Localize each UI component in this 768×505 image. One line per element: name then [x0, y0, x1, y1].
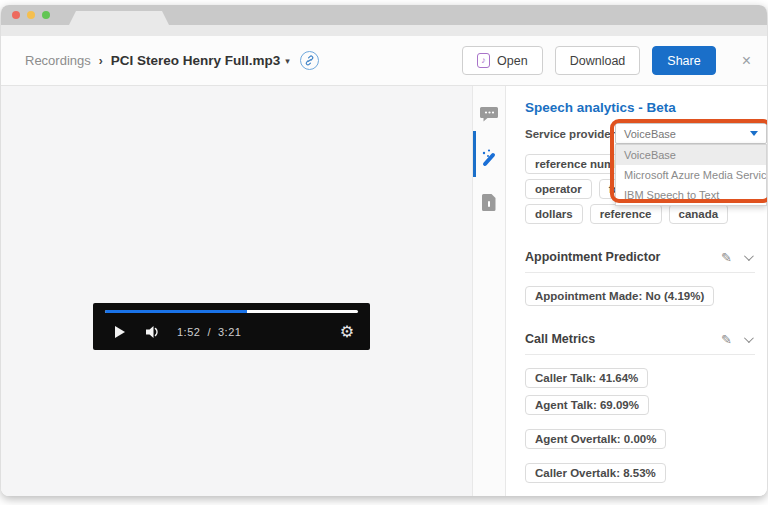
- player-settings-icon[interactable]: ⚙: [340, 324, 354, 340]
- chevron-down-icon[interactable]: [744, 333, 754, 343]
- appointment-chips: Appointment Made: No (4.19%): [525, 286, 751, 306]
- breadcrumb-recordings-link[interactable]: Recordings: [25, 53, 91, 68]
- seek-bar[interactable]: [105, 310, 358, 313]
- browser-chrome-bar: [1, 5, 767, 25]
- screenshot-stage: Recordings › PCI Stereo Henry Full.mp3 ▾…: [0, 0, 768, 505]
- service-provider-label: Service provider: [525, 128, 615, 140]
- call-metrics-chips: Caller Talk: 41.64% Agent Talk: 69.09% A…: [525, 368, 751, 483]
- section-header-icons: ✎: [721, 333, 755, 346]
- speech-analytics-panel: Speech analytics - Beta Service provider…: [506, 86, 767, 496]
- agent-talk-chip[interactable]: Agent Talk: 69.09%: [525, 395, 649, 415]
- agent-overtalk-chip[interactable]: Agent Overtalk: 0.00%: [525, 429, 666, 449]
- open-button-label: Open: [497, 54, 528, 68]
- details-tab-icon[interactable]: [479, 192, 499, 212]
- close-window-button[interactable]: [12, 11, 20, 19]
- edit-icon[interactable]: ✎: [721, 333, 732, 346]
- share-link-icon[interactable]: [300, 51, 319, 70]
- browser-toolbar: [1, 25, 767, 36]
- keyword-chip[interactable]: dollars: [525, 204, 583, 224]
- seek-bar-progress: [105, 310, 247, 313]
- appointment-made-chip[interactable]: Appointment Made: No (4.19%): [525, 286, 714, 306]
- browser-window: Recordings › PCI Stereo Henry Full.mp3 ▾…: [1, 5, 767, 496]
- keyword-chip[interactable]: operator: [525, 179, 592, 199]
- selected-provider-value: VoiceBase: [624, 128, 676, 140]
- provider-dropdown-menu: VoiceBase Microsoft Azure Media Services…: [615, 144, 767, 206]
- play-button[interactable]: [115, 326, 125, 338]
- browser-tab[interactable]: [69, 11, 169, 25]
- time-separator: /: [207, 326, 211, 338]
- chevron-down-icon[interactable]: [744, 251, 754, 261]
- total-time: 3:21: [218, 326, 241, 338]
- app-body: 1:52 / 3:21 ⚙: [1, 86, 767, 496]
- audio-player: 1:52 / 3:21 ⚙: [93, 303, 370, 350]
- sidebar-tab-strip: [472, 86, 506, 496]
- provider-option-voicebase[interactable]: VoiceBase: [616, 145, 766, 165]
- appointment-predictor-header: Appointment Predictor ✎: [525, 250, 755, 264]
- caller-overtalk-chip[interactable]: Caller Overtalk: 8.53%: [525, 463, 666, 483]
- service-provider-row: Service provider VoiceBase VoiceBase Mic…: [525, 124, 755, 144]
- open-button[interactable]: ♪ Open: [462, 46, 543, 75]
- header-actions: ♪ Open Download Share ×: [462, 46, 751, 75]
- breadcrumb-filename[interactable]: PCI Stereo Henry Full.mp3: [111, 53, 281, 68]
- player-controls: 1:52 / 3:21 ⚙: [105, 317, 358, 347]
- keyword-chip[interactable]: reference: [590, 204, 662, 224]
- time-display: 1:52 / 3:21: [177, 326, 241, 338]
- select-caret-icon: [750, 131, 758, 136]
- audio-file-icon: ♪: [477, 53, 490, 68]
- section-header-icons: ✎: [721, 251, 755, 264]
- zoom-window-button[interactable]: [42, 11, 50, 19]
- call-metrics-header: Call Metrics ✎: [525, 332, 755, 346]
- provider-option-azure[interactable]: Microsoft Azure Media Services: [616, 165, 766, 185]
- service-provider-select[interactable]: VoiceBase: [615, 123, 767, 144]
- section-title: Call Metrics: [525, 332, 595, 346]
- panel-title: Speech analytics - Beta: [525, 100, 755, 115]
- breadcrumb-separator: ›: [99, 54, 103, 68]
- provider-option-ibm[interactable]: IBM Speech to Text: [616, 185, 766, 205]
- section-divider: [525, 272, 755, 273]
- share-button[interactable]: Share: [652, 46, 715, 75]
- app-header: Recordings › PCI Stereo Henry Full.mp3 ▾…: [1, 36, 767, 86]
- current-time: 1:52: [177, 326, 200, 338]
- comments-tab-icon[interactable]: [479, 104, 499, 124]
- keyword-row: dollars reference canada: [525, 204, 755, 224]
- section-divider: [525, 354, 755, 355]
- filename-dropdown-caret[interactable]: ▾: [285, 56, 290, 66]
- close-icon[interactable]: ×: [742, 52, 751, 70]
- download-button[interactable]: Download: [555, 46, 641, 75]
- keyword-chip[interactable]: canada: [669, 204, 729, 224]
- edit-icon[interactable]: ✎: [721, 251, 732, 264]
- section-title: Appointment Predictor: [525, 250, 660, 264]
- minimize-window-button[interactable]: [27, 11, 35, 19]
- speech-analytics-tab-icon[interactable]: [479, 148, 499, 168]
- traffic-lights: [12, 11, 50, 19]
- caller-talk-chip[interactable]: Caller Talk: 41.64%: [525, 368, 648, 388]
- volume-icon[interactable]: [145, 325, 161, 339]
- main-content-area: 1:52 / 3:21 ⚙: [1, 86, 472, 496]
- share-button-label: Share: [667, 54, 700, 68]
- download-button-label: Download: [570, 54, 626, 68]
- active-tab-indicator: [473, 131, 476, 177]
